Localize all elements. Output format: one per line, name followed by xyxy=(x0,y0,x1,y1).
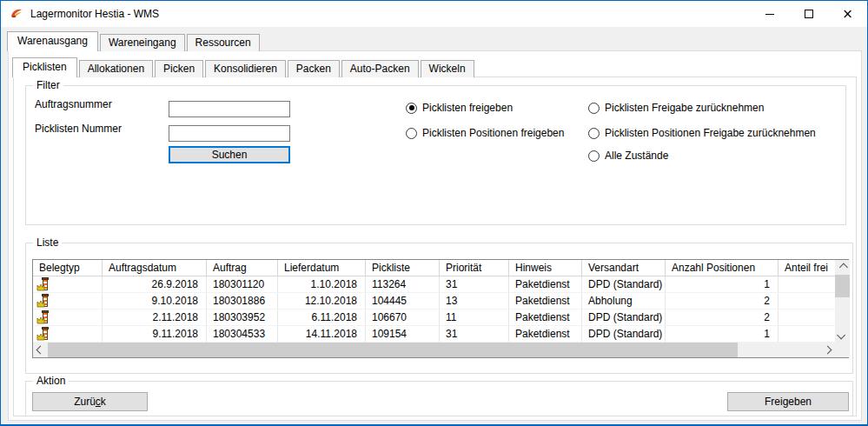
tab-warenausgang[interactable]: Warenausgang xyxy=(7,31,98,51)
table-header-row: Belegtyp Auftragsdatum Auftrag Lieferdat… xyxy=(33,260,835,276)
cell-versandart: DPD (Standard) xyxy=(582,276,666,292)
filter-legend: Filter xyxy=(33,79,63,91)
app-logo-icon xyxy=(10,7,23,21)
tab-picken[interactable]: Picken xyxy=(155,60,203,77)
picklisten-nummer-label: Picklisten Nummer xyxy=(35,121,122,136)
tab-label: Wareneingang xyxy=(109,37,176,49)
tab-allokationen[interactable]: Allokationen xyxy=(79,60,153,77)
cell-hinweis: Paketdienst xyxy=(509,293,582,309)
cell-anzahl-positionen: 1 xyxy=(666,326,779,342)
picklisten-nummer-input[interactable] xyxy=(169,125,290,142)
tab-label: Ressourcen xyxy=(195,37,251,49)
cell-anteil-frei xyxy=(779,293,835,309)
radio-icon xyxy=(406,128,417,139)
suchen-button[interactable]: Suchen xyxy=(169,146,290,163)
table-row[interactable]: 9.11.2018 180304533 14.11.2018 109154 31… xyxy=(33,326,835,343)
maximize-icon xyxy=(805,10,813,18)
tab-auto-packen[interactable]: Auto-Packen xyxy=(341,60,419,77)
zurueck-button[interactable]: Zurück xyxy=(32,392,148,411)
cell-prioritaet: 31 xyxy=(440,326,509,342)
tab-konsolidieren[interactable]: Konsolidieren xyxy=(205,60,286,77)
table-row[interactable]: 2.11.2018 180303952 6.11.2018 106670 11 … xyxy=(33,310,835,326)
maximize-button[interactable] xyxy=(789,1,828,27)
cell-anteil-frei xyxy=(779,326,835,342)
radio-alle-zustaende[interactable]: Alle Zustände xyxy=(588,149,668,163)
cell-anteil-frei xyxy=(779,310,835,325)
cell-lieferdatum: 12.10.2018 xyxy=(278,293,366,309)
cell-versandart: Abholung xyxy=(582,293,666,309)
aktion-legend: Aktion xyxy=(33,375,69,387)
radio-label: Picklisten Freigabe zurücknehmen xyxy=(605,102,764,114)
vertical-scrollbar-thumb[interactable] xyxy=(835,275,850,297)
chevron-down-icon xyxy=(837,331,845,340)
column-header-versandart[interactable]: Versandart xyxy=(582,260,666,276)
radio-picklisten-positionen-freigabe-zuruecknehmen[interactable]: Picklisten Positionen Freigabe zurückneh… xyxy=(588,126,816,140)
radio-label: Alle Zustände xyxy=(605,150,668,162)
cell-hinweis: Paketdienst xyxy=(509,326,582,342)
radio-icon xyxy=(588,150,600,162)
tab-ressourcen[interactable]: Ressourcen xyxy=(187,34,260,51)
cell-auftrag: 180304533 xyxy=(207,326,278,342)
table-row[interactable]: 26.9.2018 180301120 1.10.2018 113264 31 … xyxy=(33,276,835,293)
tab-packen[interactable]: Packen xyxy=(288,60,340,77)
radio-icon xyxy=(588,103,600,114)
tab-label: Picklisten xyxy=(23,61,67,73)
auftragsnummer-input[interactable] xyxy=(169,101,290,117)
column-header-lieferdatum[interactable]: Lieferdatum xyxy=(278,260,366,276)
scroll-right-button[interactable] xyxy=(820,343,835,357)
scroll-down-button[interactable] xyxy=(835,328,850,343)
column-header-belegtyp[interactable]: Belegtyp xyxy=(33,260,103,276)
vertical-scrollbar[interactable] xyxy=(835,260,850,343)
column-header-auftrag[interactable]: Auftrag xyxy=(207,260,278,276)
radio-label: Picklisten freigeben xyxy=(422,102,513,114)
tab-wickeln[interactable]: Wickeln xyxy=(421,60,474,77)
radio-icon xyxy=(406,103,417,114)
close-button[interactable]: × xyxy=(828,1,867,27)
cell-anzahl-positionen: 2 xyxy=(666,293,779,309)
filter-groupbox: Filter Auftragsnummer Picklisten Nummer … xyxy=(25,85,846,225)
sub-tabstrip: Picklisten Allokationen Picken Konsolidi… xyxy=(12,57,476,77)
column-header-prioritaet[interactable]: Priorität xyxy=(440,260,509,276)
cell-auftragsdatum: 9.10.2018 xyxy=(103,293,207,309)
cell-pickliste: 104445 xyxy=(366,293,440,309)
cell-anzahl-positionen: 2 xyxy=(666,310,779,325)
radio-picklisten-freigeben[interactable]: Picklisten freigeben xyxy=(406,101,513,115)
cell-auftragsdatum: 2.11.2018 xyxy=(103,310,207,325)
cell-pickliste: 109154 xyxy=(366,326,440,342)
liste-groupbox: Liste Belegtyp Auftragsdatum Auftrag Lie… xyxy=(25,243,853,374)
radio-picklisten-positionen-freigeben[interactable]: Picklisten Positionen freigeben xyxy=(406,126,564,140)
radio-icon xyxy=(588,128,600,139)
main-tabstrip: Warenausgang Wareneingang Ressourcen xyxy=(7,31,262,51)
tab-picklisten[interactable]: Picklisten xyxy=(12,57,77,77)
cell-hinweis: Paketdienst xyxy=(509,310,582,325)
cell-prioritaet: 11 xyxy=(440,310,509,325)
column-header-auftragsdatum[interactable]: Auftragsdatum xyxy=(103,260,207,276)
freigeben-button[interactable]: Freigeben xyxy=(727,392,849,411)
cell-pickliste: 106670 xyxy=(366,310,440,325)
column-header-anzahl-positionen[interactable]: Anzahl Positionen xyxy=(666,260,779,276)
column-header-hinweis[interactable]: Hinweis xyxy=(509,260,582,276)
scroll-left-button[interactable] xyxy=(33,343,48,357)
radio-label: Picklisten Positionen Freigabe zurückneh… xyxy=(605,127,816,139)
picklist-document-icon xyxy=(36,294,50,308)
aktion-groupbox: Aktion Zurück Freigeben xyxy=(25,381,853,416)
app-window: Lagermonitor Hestia - WMS × Warenausgang… xyxy=(0,0,868,426)
cell-auftrag: 180303952 xyxy=(207,310,278,325)
tab-label: Wickeln xyxy=(429,63,466,75)
chevron-left-icon xyxy=(36,346,45,355)
radio-picklisten-freigabe-zuruecknehmen[interactable]: Picklisten Freigabe zurücknehmen xyxy=(588,101,764,115)
minimize-button[interactable] xyxy=(750,1,789,27)
tab-wareneingang[interactable]: Wareneingang xyxy=(100,34,185,51)
horizontal-scrollbar-thumb[interactable] xyxy=(48,343,738,357)
scroll-up-button[interactable] xyxy=(835,260,850,275)
cell-lieferdatum: 14.11.2018 xyxy=(278,326,366,342)
tab-label: Warenausgang xyxy=(17,35,88,47)
column-header-anteil-frei[interactable]: Anteil frei xyxy=(779,260,835,276)
cell-lieferdatum: 1.10.2018 xyxy=(278,276,366,292)
horizontal-scrollbar[interactable] xyxy=(33,343,835,357)
column-header-pickliste[interactable]: Pickliste xyxy=(366,260,440,276)
cell-versandart: DPD (Standard) xyxy=(582,326,666,342)
minimize-icon xyxy=(765,14,774,15)
table-row[interactable]: 9.10.2018 180301886 12.10.2018 104445 13… xyxy=(33,293,835,310)
tab-label: Auto-Packen xyxy=(350,63,410,75)
